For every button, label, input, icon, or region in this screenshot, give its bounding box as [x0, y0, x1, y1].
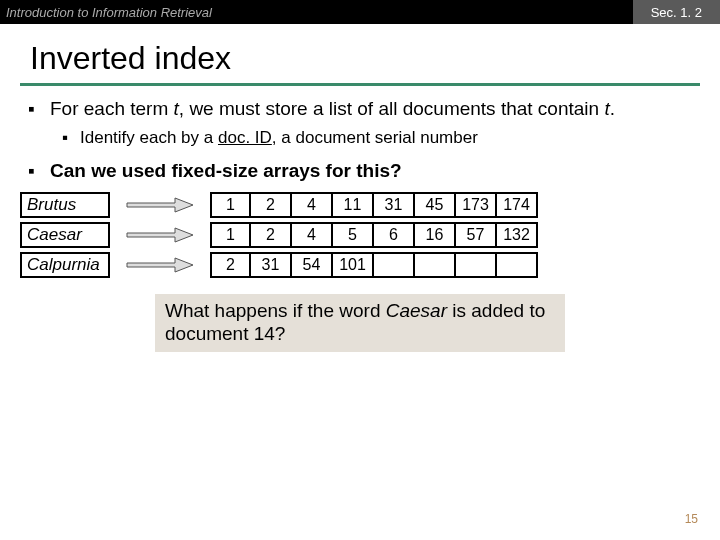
cell: 16: [415, 222, 456, 248]
cell: 4: [292, 222, 333, 248]
cell: 173: [456, 192, 497, 218]
arrow-icon: [110, 226, 210, 244]
cell: [415, 252, 456, 278]
sub-text: Identify each by a doc. ID, a document s…: [80, 128, 478, 148]
cell: 31: [374, 192, 415, 218]
cell: 57: [456, 222, 497, 248]
cell: 6: [374, 222, 415, 248]
term-cell: Caesar: [20, 222, 110, 248]
term-cell: Calpurnia: [20, 252, 110, 278]
content-area: ▪ For each term t, we must store a list …: [0, 98, 720, 182]
arrow-icon: [110, 196, 210, 214]
cell: 101: [333, 252, 374, 278]
cell: [456, 252, 497, 278]
cell: [374, 252, 415, 278]
footer-question: What happens if the word Caesar is added…: [155, 294, 565, 352]
arrow-icon: [110, 256, 210, 274]
section-label: Sec. 1. 2: [633, 0, 720, 24]
page-number: 15: [685, 512, 698, 526]
bullet-marker: ▪: [28, 160, 50, 182]
cell: 2: [251, 222, 292, 248]
cell: 11: [333, 192, 374, 218]
slide-header: Introduction to Information Retrieval Se…: [0, 0, 720, 24]
bullet-question: Can we used fixed-size arrays for this?: [50, 160, 692, 182]
sub-bullet-1: ▪ Identify each by a doc. ID, a document…: [62, 128, 692, 148]
postings-cells: 1 2 4 11 31 45 173 174: [210, 192, 538, 218]
cell: 54: [292, 252, 333, 278]
slide-title: Inverted index: [0, 24, 720, 83]
postings-cells: 2 31 54 101: [210, 252, 538, 278]
postings-table: Brutus 1 2 4 11 31 45 173 174 Caesar 1 2…: [0, 190, 720, 280]
title-rule: [20, 83, 700, 86]
table-row: Caesar 1 2 4 5 6 16 57 132: [20, 220, 700, 250]
cell: 2: [251, 192, 292, 218]
bullet-text: For each term t, we must store a list of…: [50, 98, 692, 120]
bullet-marker: ▪: [28, 98, 50, 120]
cell: 45: [415, 192, 456, 218]
bullet-2: ▪ Can we used fixed-size arrays for this…: [28, 160, 692, 182]
bullet-marker: ▪: [62, 128, 80, 148]
cell: 31: [251, 252, 292, 278]
cell: 132: [497, 222, 538, 248]
table-row: Brutus 1 2 4 11 31 45 173 174: [20, 190, 700, 220]
bullet-1: ▪ For each term t, we must store a list …: [28, 98, 692, 120]
cell: 174: [497, 192, 538, 218]
cell: 4: [292, 192, 333, 218]
cell: 1: [210, 222, 251, 248]
cell: 2: [210, 252, 251, 278]
table-row: Calpurnia 2 31 54 101: [20, 250, 700, 280]
postings-cells: 1 2 4 5 6 16 57 132: [210, 222, 538, 248]
cell: [497, 252, 538, 278]
cell: 1: [210, 192, 251, 218]
course-title: Introduction to Information Retrieval: [0, 5, 633, 20]
cell: 5: [333, 222, 374, 248]
term-cell: Brutus: [20, 192, 110, 218]
